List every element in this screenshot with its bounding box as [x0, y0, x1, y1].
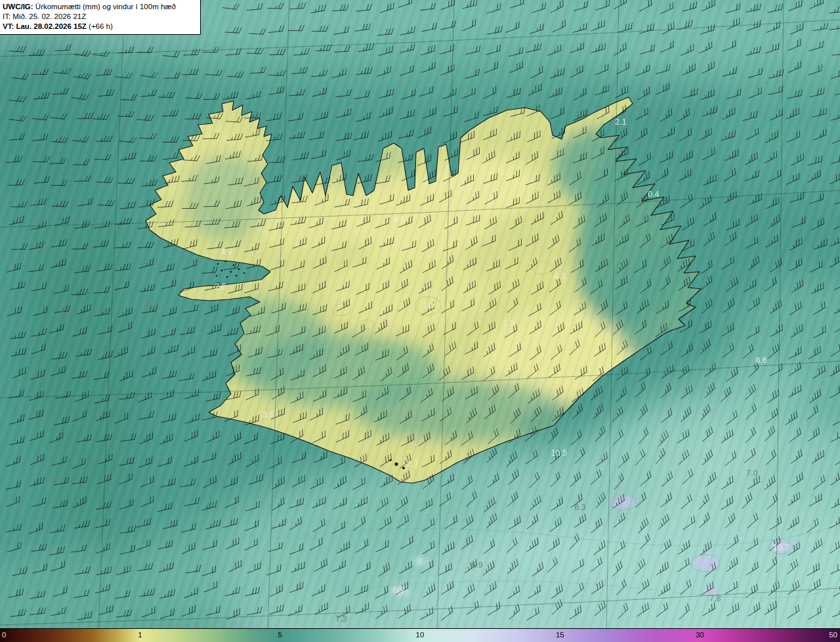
valid-time: VT: Lau. 28.02.2026 15Z [3, 22, 87, 30]
product-title: Úrkomumætti (mm) og vindur í 100m hæð [33, 3, 176, 11]
precip-value-label: 2.6 [215, 282, 226, 291]
precip-value-label: 6.9 [471, 561, 482, 570]
precip-value-label: 0.7 [393, 586, 404, 595]
precip-value-label: 10.7 [773, 543, 789, 552]
product-code: UWC/IG: [3, 3, 33, 11]
precip-value-label: 6.0 [144, 301, 155, 310]
colorbar-tick: 30 [696, 631, 704, 639]
precip-value-label: 2.7 [407, 460, 418, 469]
colorbar-tick: 0 [2, 631, 6, 639]
precip-value-label: 4.3 [554, 272, 565, 281]
title-line: UWC/IG: Úrkomumætti (mm) og vindur í 100… [3, 2, 196, 12]
precip-value-label: 2.1 [615, 118, 626, 127]
precip-value-label: 7.3 [335, 614, 346, 624]
precip-value-label: 8.6 [755, 356, 766, 365]
init-time: IT: Mið. 25. 02. 2026 21Z [3, 12, 196, 22]
colorbar-tick: 15 [556, 631, 564, 639]
precip-value-label: 0.4 [648, 190, 659, 199]
colorbar: 01510153050 [0, 628, 840, 642]
colorbar-ticks: 01510153050 [0, 629, 840, 642]
precip-value-label: 4.5 [393, 215, 404, 225]
precip-value-label: 3.6 [262, 410, 274, 419]
precip-value-label: 10.5 [551, 448, 567, 458]
precip-value-label: 5.9 [62, 309, 73, 318]
precip-value-label: 1.0 [503, 319, 514, 328]
precip-value-label: 1.0 [423, 301, 434, 310]
valid-offset: (+66 h) [87, 22, 113, 30]
precip-value-label: 3.4 [40, 214, 51, 223]
colorbar-tick: 50 [829, 631, 837, 639]
colorbar-tick: 5 [278, 631, 282, 639]
precip-value-label: 7.8 [709, 594, 721, 603]
colorbar-tick: 1 [138, 631, 142, 639]
precip-value-label: 5.1 [51, 475, 62, 484]
precip-value-label: 4.9 [220, 247, 232, 257]
precip-value-label: 7.0 [746, 469, 757, 478]
valid-time-line: VT: Lau. 28.02.2026 15Z (+66 h) [3, 22, 196, 32]
weather-map: 2.13.44.54.70.44.92.66.05.94.31.01.08.63… [0, 0, 840, 629]
precip-value-label: 4.7 [460, 184, 471, 193]
precip-value-label: 6.3 [574, 503, 585, 512]
weather-map-page: 2.13.44.54.70.44.92.66.05.94.31.01.08.63… [0, 0, 840, 642]
title-box: UWC/IG: Úrkomumætti (mm) og vindur í 100… [0, 0, 201, 35]
colorbar-tick: 10 [416, 631, 425, 639]
